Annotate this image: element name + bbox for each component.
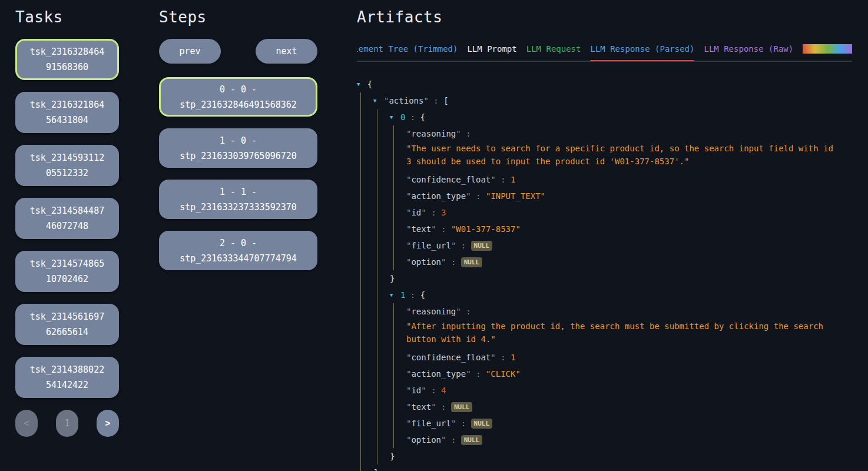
collapse-toggle-icon[interactable]: ▼: [390, 109, 400, 125]
artifact-tab[interactable]: LLM Response (Raw): [704, 42, 793, 61]
colon: :: [461, 129, 471, 138]
null-badge: NULL: [461, 257, 483, 267]
json-key: text: [411, 224, 431, 234]
colon: :: [471, 369, 486, 379]
quote: ": [466, 369, 471, 379]
json-children: "reasoning" : "The user needs to search …: [393, 125, 852, 270]
json-line: }: [390, 448, 852, 465]
open-bracket: {: [367, 79, 372, 89]
json-line: ]: [373, 465, 852, 471]
json-line: "reasoning" :: [406, 303, 852, 320]
artifact-tab[interactable]: LLM Request: [526, 42, 581, 61]
artifact-tab[interactable]: LLM Response (Parsed): [590, 42, 694, 61]
step-prev-button[interactable]: prev: [159, 39, 221, 64]
json-line: "confidence_float" : 1: [406, 171, 852, 188]
step-button[interactable]: 0 - 0 -stp_231632846491568362: [159, 77, 317, 117]
json-key: confidence_float: [411, 175, 491, 184]
current-page-button[interactable]: 1: [56, 410, 78, 437]
close-bracket: ]: [373, 468, 378, 471]
step-index-label: 1 - 1 -: [220, 184, 257, 200]
json-node: "confidence_float" : 1: [406, 171, 852, 188]
colon: :: [426, 386, 441, 395]
json-line: "text" : "W01-377-8537": [406, 221, 852, 237]
prev-page-button[interactable]: <: [15, 410, 38, 437]
artifacts-tabstrip: Element Tree (Trimmed)LLM PromptLLM Requ…: [357, 42, 852, 62]
close-bracket: }: [390, 452, 395, 461]
json-key: action_type: [411, 191, 466, 201]
json-node: "option" : NULL: [406, 432, 852, 448]
json-node: "id" : 4: [406, 382, 852, 399]
open-bracket: [: [443, 96, 448, 105]
json-line: ▼"actions" : [: [373, 92, 852, 109]
json-line: ▼1 : {: [390, 287, 852, 303]
json-children: "reasoning" : "After inputting the produ…: [393, 303, 852, 448]
artifact-tab[interactable]: LLM Prompt: [467, 42, 516, 61]
json-key: confidence_float: [411, 353, 491, 362]
null-badge: NULL: [451, 402, 473, 412]
json-line: "confidence_float" : 1: [406, 349, 852, 366]
json-line: "option" : NULL: [406, 254, 852, 270]
json-children: ▼"actions" : [▼0 : {"reasoning" : "The u…: [360, 92, 852, 471]
artifact-tab-label: Element Tree (Trimmed): [357, 44, 458, 54]
collapse-toggle-icon[interactable]: ▼: [390, 287, 400, 303]
json-node: "option" : NULL: [406, 254, 852, 270]
step-button[interactable]: 1 - 0 -stp_231633039765096720: [159, 128, 317, 168]
json-line: "text" : NULL: [406, 399, 852, 415]
task-button[interactable]: tsk_231632186456431804: [15, 92, 119, 133]
step-index-label: 1 - 0 -: [220, 133, 257, 148]
artifacts-panel: Artifacts Element Tree (Trimmed)LLM Prom…: [357, 8, 852, 471]
artifact-tab-label: LLM Response (Parsed): [590, 44, 694, 54]
task-button[interactable]: tsk_231438802254142422: [15, 357, 119, 398]
task-button[interactable]: tsk_231456169762665614: [15, 304, 119, 345]
json-node: ▼1 : {"reasoning" : "After inputting the…: [390, 287, 852, 465]
tasks-title: Tasks: [15, 8, 119, 26]
artifact-tab[interactable]: Html (Raw): [803, 42, 852, 61]
json-string-value: "W01-377-8537": [451, 224, 521, 234]
task-list: tsk_231632846491568360tsk_23163218645643…: [15, 39, 119, 398]
quote: ": [423, 96, 428, 105]
json-string-value: "After inputting the product id, the sea…: [406, 321, 823, 344]
artifact-tab-label: LLM Response (Raw): [704, 44, 793, 54]
task-button[interactable]: tsk_231458448746072748: [15, 198, 119, 239]
task-button[interactable]: tsk_231459311205512332: [15, 145, 119, 186]
task-button[interactable]: tsk_231632846491568360: [15, 39, 119, 80]
colon: :: [471, 191, 486, 201]
json-node: ▼{▼"actions" : [▼0 : {"reasoning" : "The…: [357, 76, 852, 471]
colon: :: [461, 307, 471, 316]
artifact-tab[interactable]: Element Tree (Trimmed): [357, 42, 458, 61]
json-number-value: 3: [441, 208, 446, 217]
open-bracket: {: [420, 290, 425, 300]
json-node: "confidence_float" : 1: [406, 349, 852, 366]
json-tree-viewer[interactable]: ▼{▼"actions" : [▼0 : {"reasoning" : "The…: [357, 76, 852, 471]
colon: :: [436, 402, 451, 412]
step-next-button[interactable]: next: [256, 39, 317, 64]
collapse-toggle-icon[interactable]: ▼: [373, 92, 384, 109]
collapse-toggle-icon[interactable]: ▼: [357, 76, 367, 92]
artifact-tab-label: Html (Raw): [803, 44, 852, 54]
json-line: "file_url" : NULL: [406, 237, 852, 254]
task-button[interactable]: tsk_231457486510702462: [15, 251, 119, 292]
json-node: "reasoning" : "The user needs to search …: [406, 125, 852, 168]
artifact-tab-label: LLM Request: [526, 44, 581, 54]
json-key: file_url: [411, 241, 450, 250]
json-key: actions: [389, 96, 423, 105]
json-key: file_url: [411, 419, 450, 428]
step-button[interactable]: 2 - 0 -stp_231633344707774794: [159, 231, 317, 270]
json-line: "id" : 3: [406, 204, 852, 221]
json-string-value: "The user needs to search for a specific…: [406, 144, 833, 166]
null-badge: NULL: [471, 419, 493, 429]
step-index-label: 2 - 0 -: [220, 236, 257, 251]
step-button[interactable]: 1 - 1 -stp_231633237333592370: [159, 180, 317, 219]
json-key: reasoning: [411, 129, 456, 138]
quote: ": [456, 307, 460, 316]
json-node: "action_type" : "CLICK": [406, 366, 852, 382]
step-id-label: stp_231632846491568362: [180, 97, 297, 112]
step-id-label: stp_231633039765096720: [180, 148, 297, 164]
json-node: "id" : 3: [406, 204, 852, 221]
json-number-value: 1: [511, 175, 515, 184]
json-key: reasoning: [411, 307, 456, 316]
next-page-button[interactable]: >: [97, 410, 119, 437]
json-line: "action_type" : "INPUT_TEXT": [406, 188, 852, 204]
json-key: option: [411, 435, 441, 445]
tasks-pagination: < 1 >: [15, 410, 119, 437]
